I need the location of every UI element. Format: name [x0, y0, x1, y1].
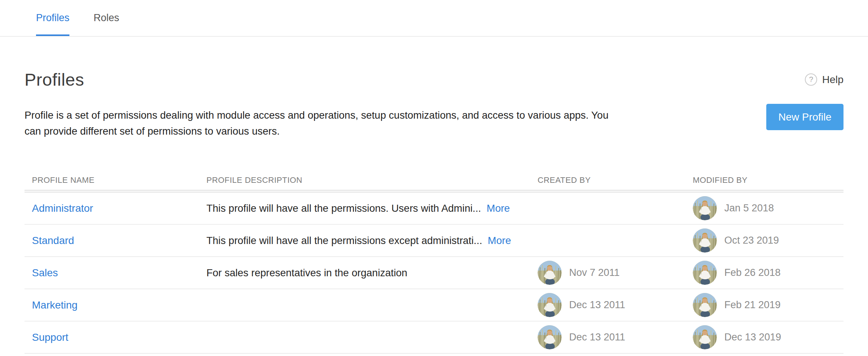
page-title: Profiles	[25, 69, 84, 90]
profile-name-link[interactable]: Marketing	[32, 299, 78, 311]
modified-by-cell: Feb 26 2018	[693, 261, 843, 285]
page-description: Profile is a set of permissions dealing …	[25, 107, 608, 139]
table-row: Sales For sales representatives in the o…	[25, 257, 843, 289]
created-date: Nov 7 2011	[569, 267, 620, 278]
profile-name-cell: Sales	[32, 267, 206, 279]
more-link[interactable]: More	[488, 235, 511, 246]
created-date: Dec 13 2011	[569, 299, 625, 311]
profile-name-link[interactable]: Administrator	[32, 202, 93, 214]
help-link[interactable]: ? Help	[805, 73, 843, 86]
created-by-avatar	[538, 261, 562, 285]
modified-date: Dec 13 2019	[724, 332, 781, 343]
column-header-profile-name: PROFILE NAME	[32, 175, 206, 185]
profile-description-cell: This profile will have all the permissio…	[206, 202, 538, 214]
modified-by-avatar	[693, 196, 717, 220]
page-description-line-2: can provide different set of permissions…	[25, 123, 608, 139]
table-row: Support Dec 13 2011 Dec 13 2019	[25, 322, 843, 354]
modified-by-cell: Feb 21 2019	[693, 293, 843, 317]
profile-description-cell: For sales representatives in the organiz…	[206, 267, 538, 279]
profiles-table: PROFILE NAME PROFILE DESCRIPTION CREATED…	[25, 175, 843, 354]
profile-description-text: This profile will have all the permissio…	[206, 235, 482, 246]
tab-profiles[interactable]: Profiles	[36, 0, 69, 36]
question-circle-icon: ?	[805, 73, 817, 86]
profile-name-cell: Marketing	[32, 299, 206, 311]
created-by-cell: Nov 7 2011	[538, 261, 693, 285]
modified-by-cell: Oct 23 2019	[693, 228, 843, 253]
modified-date: Feb 21 2019	[724, 299, 781, 311]
created-by-avatar	[538, 325, 562, 349]
profile-description-cell: This profile will have all the permissio…	[206, 235, 538, 247]
table-header-row: PROFILE NAME PROFILE DESCRIPTION CREATED…	[25, 175, 843, 190]
column-header-created-by: CREATED BY	[538, 175, 693, 185]
profile-name-link[interactable]: Standard	[32, 235, 74, 246]
profile-name-cell: Administrator	[32, 202, 206, 214]
created-by-avatar	[538, 293, 562, 317]
table-body: Administrator This profile will have all…	[25, 192, 843, 354]
modified-by-avatar	[693, 325, 717, 349]
modified-by-avatar	[693, 293, 717, 317]
profile-description-text: For sales representatives in the organiz…	[206, 267, 407, 278]
profile-name-link[interactable]: Sales	[32, 267, 58, 278]
modified-by-avatar	[693, 261, 717, 285]
profiles-page: Profiles ? Help Profile is a set of perm…	[0, 69, 868, 354]
table-header-divider	[25, 190, 843, 192]
created-by-cell: Dec 13 2011	[538, 293, 693, 317]
modified-by-avatar	[693, 228, 717, 253]
tab-roles[interactable]: Roles	[94, 0, 119, 36]
help-label: Help	[822, 74, 843, 86]
settings-tab-bar: Profiles Roles	[0, 0, 868, 37]
modified-date: Feb 26 2018	[724, 267, 781, 278]
new-profile-button[interactable]: New Profile	[766, 104, 843, 130]
page-description-line-1: Profile is a set of permissions dealing …	[25, 107, 608, 123]
profile-description-text: This profile will have all the permissio…	[206, 202, 481, 214]
created-by-cell: Dec 13 2011	[538, 325, 693, 349]
profile-name-cell: Standard	[32, 235, 206, 247]
column-header-profile-description: PROFILE DESCRIPTION	[206, 175, 538, 185]
modified-date: Oct 23 2019	[724, 235, 779, 246]
created-date: Dec 13 2011	[569, 332, 625, 343]
table-row: Marketing Dec 13 2011 Feb 21 2019	[25, 289, 843, 322]
profile-name-cell: Support	[32, 332, 206, 343]
column-header-modified-by: MODIFIED BY	[693, 175, 843, 185]
modified-date: Jan 5 2018	[724, 202, 774, 214]
more-link[interactable]: More	[487, 202, 510, 214]
table-row: Administrator This profile will have all…	[25, 192, 843, 225]
table-row: Standard This profile will have all the …	[25, 225, 843, 257]
modified-by-cell: Dec 13 2019	[693, 325, 843, 349]
modified-by-cell: Jan 5 2018	[693, 196, 843, 220]
profile-name-link[interactable]: Support	[32, 332, 68, 343]
